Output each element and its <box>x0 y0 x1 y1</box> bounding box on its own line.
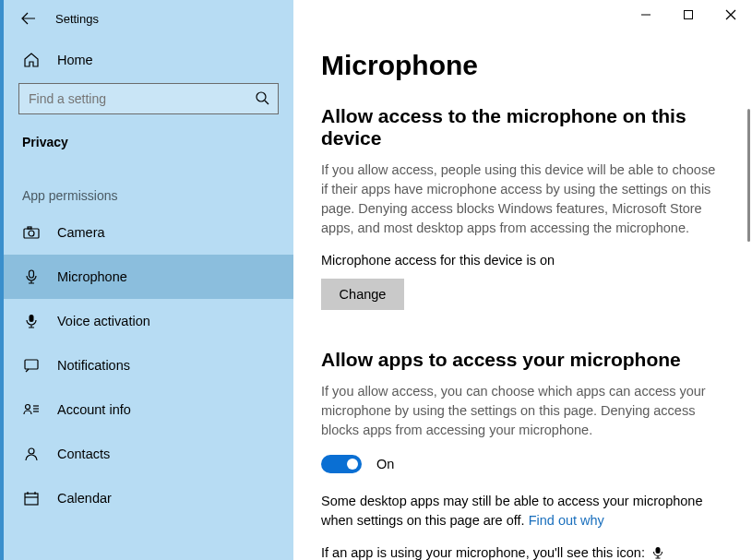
contacts-icon <box>22 446 41 462</box>
sidebar: Settings Home Privacy App permissions Ca… <box>0 0 293 560</box>
svg-point-3 <box>29 231 34 236</box>
sidebar-item-label: Voice activation <box>57 314 150 328</box>
sidebar-item-label: Camera <box>57 225 105 240</box>
back-button[interactable] <box>20 10 37 27</box>
note-text: Some desktop apps may still be able to a… <box>321 494 702 528</box>
sidebar-item-calendar[interactable]: Calendar <box>4 476 293 520</box>
section2-note: Some desktop apps may still be able to a… <box>321 492 719 530</box>
sidebar-item-label: Account info <box>57 402 131 417</box>
sidebar-item-camera[interactable]: Camera <box>4 210 293 255</box>
sidebar-item-label: Microphone <box>57 269 127 284</box>
microphone-indicator-icon <box>652 546 663 560</box>
search-input[interactable] <box>18 83 279 114</box>
sidebar-nav: Camera Microphone Voice activation Notif… <box>4 210 293 560</box>
svg-point-12 <box>29 448 34 454</box>
page-title: Microphone <box>321 50 719 81</box>
section2-heading: Allow apps to access your microphone <box>321 349 719 371</box>
notifications-icon <box>22 357 41 374</box>
content: Microphone Allow access to the microphon… <box>293 0 752 560</box>
svg-point-8 <box>26 405 30 410</box>
scrollbar[interactable] <box>747 109 750 242</box>
section1-heading: Allow access to the microphone on this d… <box>321 105 719 149</box>
section1-body: If you allow access, people using this d… <box>321 161 719 238</box>
sidebar-group-label: App permissions <box>4 153 293 210</box>
sidebar-section-title: Privacy <box>4 114 293 153</box>
search-wrap <box>4 83 293 114</box>
calendar-icon <box>22 490 41 506</box>
microphone-icon <box>22 268 41 285</box>
toggle-row: On <box>321 455 719 473</box>
svg-rect-7 <box>25 360 38 369</box>
svg-rect-6 <box>30 315 34 322</box>
sidebar-item-contacts[interactable]: Contacts <box>4 432 293 476</box>
microphone-access-toggle[interactable] <box>321 455 362 473</box>
camera-icon <box>22 224 41 241</box>
main-panel: Microphone Allow access to the microphon… <box>293 0 752 560</box>
voice-activation-icon <box>22 313 41 329</box>
usage-indicator-text: If an app is using your microphone, you'… <box>321 545 719 560</box>
svg-line-1 <box>265 101 269 104</box>
change-button[interactable]: Change <box>321 279 404 310</box>
sidebar-item-home[interactable]: Home <box>4 37 293 83</box>
sidebar-item-voice-activation[interactable]: Voice activation <box>4 299 293 343</box>
section1-status: Microphone access for this device is on <box>321 253 719 268</box>
home-icon <box>22 52 41 68</box>
sidebar-item-microphone[interactable]: Microphone <box>4 255 293 299</box>
titlebar: Settings <box>4 0 293 37</box>
section2-body: If you allow access, you can choose whic… <box>321 382 719 440</box>
search-icon[interactable] <box>255 90 269 109</box>
sidebar-item-notifications[interactable]: Notifications <box>4 343 293 387</box>
svg-rect-13 <box>25 494 38 505</box>
toggle-label: On <box>376 457 394 471</box>
sidebar-item-label: Calendar <box>57 491 112 506</box>
svg-rect-21 <box>656 547 661 554</box>
app-title: Settings <box>55 12 99 26</box>
svg-rect-5 <box>30 270 34 278</box>
sidebar-item-label: Notifications <box>57 358 130 373</box>
account-info-icon <box>22 401 41 418</box>
sidebar-item-label: Contacts <box>57 447 110 461</box>
find-out-why-link[interactable]: Find out why <box>529 513 604 528</box>
home-label: Home <box>57 53 93 67</box>
svg-point-0 <box>257 92 266 101</box>
sidebar-item-account-info[interactable]: Account info <box>4 387 293 432</box>
svg-rect-4 <box>28 227 31 229</box>
